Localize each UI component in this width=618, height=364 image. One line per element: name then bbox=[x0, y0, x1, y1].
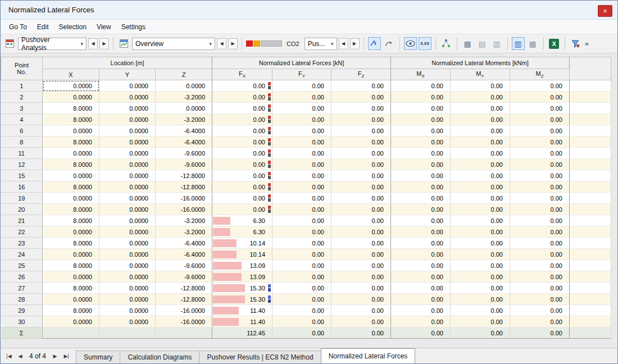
cell-y[interactable]: 0.0000 bbox=[99, 80, 156, 92]
cell-fx[interactable]: 11.40 bbox=[212, 316, 272, 327]
cell-fy[interactable]: 0.00 bbox=[272, 305, 331, 316]
cell-my[interactable]: 0.00 bbox=[451, 204, 510, 215]
next-table-button[interactable]: ▶ bbox=[50, 351, 60, 362]
cell-fy[interactable]: 0.00 bbox=[272, 294, 331, 305]
cell-x[interactable]: 8.0000 bbox=[43, 103, 99, 114]
cell-fz[interactable]: 0.00 bbox=[331, 181, 391, 193]
row-number[interactable]: 23 bbox=[1, 238, 43, 249]
menu-goto[interactable]: Go To bbox=[4, 21, 32, 33]
cell-mx[interactable]: 0.00 bbox=[391, 114, 451, 125]
row-number[interactable]: 8 bbox=[1, 136, 43, 148]
cell-fy[interactable]: 0.00 bbox=[272, 226, 331, 238]
cell-fz[interactable]: 0.00 bbox=[331, 215, 391, 226]
cell-my[interactable]: 0.00 bbox=[451, 92, 510, 103]
excel-export-icon[interactable]: X bbox=[548, 37, 561, 50]
column-header-fy[interactable]: FY bbox=[272, 69, 331, 80]
cell-y[interactable]: 0.0000 bbox=[99, 181, 156, 193]
cell-x[interactable]: 0.0000 bbox=[43, 316, 99, 327]
cell-my[interactable]: 0.00 bbox=[451, 136, 510, 148]
cell-extra[interactable] bbox=[570, 80, 611, 92]
cell-x[interactable]: 0.0000 bbox=[43, 226, 99, 238]
first-table-button[interactable]: |◀ bbox=[4, 351, 14, 362]
cell-fz[interactable]: 0.00 bbox=[331, 114, 391, 125]
cell-y[interactable]: 0.0000 bbox=[99, 148, 156, 159]
cell-extra[interactable] bbox=[570, 136, 611, 148]
cell-my[interactable]: 0.00 bbox=[451, 170, 510, 181]
cell-mx[interactable]: 0.00 bbox=[391, 103, 451, 114]
cell-z[interactable]: -3.2000 bbox=[156, 215, 212, 226]
cell-mx[interactable]: 0.00 bbox=[391, 170, 451, 181]
cell-fx[interactable]: 0.00 bbox=[212, 92, 272, 103]
cell-y[interactable] bbox=[99, 327, 156, 339]
cell-z[interactable] bbox=[156, 327, 212, 339]
row-number[interactable]: 11 bbox=[1, 148, 43, 159]
cell-z[interactable]: -16.0000 bbox=[156, 193, 212, 204]
cell-z[interactable]: -6.4000 bbox=[156, 249, 212, 260]
cell-fz[interactable]: 0.00 bbox=[331, 103, 391, 114]
cell-extra[interactable] bbox=[570, 159, 611, 170]
row-number[interactable]: 1 bbox=[1, 80, 43, 92]
cell-z[interactable]: -9.6000 bbox=[156, 148, 212, 159]
cell-x[interactable]: 8.0000 bbox=[43, 215, 99, 226]
cell-y[interactable]: 0.0000 bbox=[99, 249, 156, 260]
filter-icon[interactable] bbox=[569, 37, 582, 50]
row-number[interactable]: 3 bbox=[1, 103, 43, 114]
cell-mz[interactable]: 0.00 bbox=[510, 215, 570, 226]
cell-fz[interactable]: 0.00 bbox=[331, 271, 391, 283]
cell-extra[interactable] bbox=[570, 226, 611, 238]
load-case-select[interactable]: Pus... ▾ bbox=[305, 38, 337, 50]
row-number[interactable]: 12 bbox=[1, 159, 43, 170]
cell-y[interactable]: 0.0000 bbox=[99, 238, 156, 249]
cell-fy[interactable]: 0.00 bbox=[272, 271, 331, 283]
cell-y[interactable]: 0.0000 bbox=[99, 103, 156, 114]
cell-mz[interactable]: 0.00 bbox=[510, 305, 570, 316]
cell-mx[interactable]: 0.00 bbox=[391, 271, 451, 283]
cell-extra[interactable] bbox=[570, 215, 611, 226]
cell-fx[interactable]: 112.45 bbox=[212, 327, 272, 339]
cell-mx[interactable]: 0.00 bbox=[391, 316, 451, 327]
cell-z[interactable]: -9.6000 bbox=[156, 159, 212, 170]
cell-fx[interactable]: 0.00 bbox=[212, 181, 272, 193]
cell-z[interactable]: -3.2000 bbox=[156, 92, 212, 103]
cell-mx[interactable]: 0.00 bbox=[391, 238, 451, 249]
cell-fz[interactable]: 0.00 bbox=[331, 125, 391, 136]
tab-calculation-diagrams[interactable]: Calculation Diagrams bbox=[120, 351, 199, 363]
result-tree-icon[interactable] bbox=[440, 37, 453, 50]
cell-fz[interactable]: 0.00 bbox=[331, 305, 391, 316]
cell-mz[interactable]: 0.00 bbox=[510, 271, 570, 283]
cell-x[interactable]: 8.0000 bbox=[43, 136, 99, 148]
cell-fy[interactable]: 0.00 bbox=[272, 283, 331, 294]
cell-fy[interactable]: 0.00 bbox=[272, 260, 331, 271]
cell-mx[interactable]: 0.00 bbox=[391, 283, 451, 294]
cell-fy[interactable]: 0.00 bbox=[272, 80, 331, 92]
cell-fy[interactable]: 0.00 bbox=[272, 159, 331, 170]
cell-mx[interactable]: 0.00 bbox=[391, 148, 451, 159]
cell-fz[interactable]: 0.00 bbox=[331, 260, 391, 271]
cell-my[interactable]: 0.00 bbox=[451, 271, 510, 283]
cell-y[interactable]: 0.0000 bbox=[99, 193, 156, 204]
cell-y[interactable]: 0.0000 bbox=[99, 92, 156, 103]
row-number[interactable]: 28 bbox=[1, 294, 43, 305]
tab-normalized-lateral-forces[interactable]: Normalized Lateral Forces bbox=[321, 348, 416, 363]
cell-fz[interactable]: 0.00 bbox=[331, 226, 391, 238]
column-header-my[interactable]: MY bbox=[451, 69, 510, 80]
cell-mz[interactable]: 0.00 bbox=[510, 159, 570, 170]
cell-mx[interactable]: 0.00 bbox=[391, 260, 451, 271]
cell-fz[interactable]: 0.00 bbox=[331, 159, 391, 170]
cell-x[interactable]: 8.0000 bbox=[43, 159, 99, 170]
cell-my[interactable]: 0.00 bbox=[451, 80, 510, 92]
column-header-fz[interactable]: FZ bbox=[331, 69, 391, 80]
sum-symbol[interactable]: Σ bbox=[1, 327, 43, 339]
column-header-fx[interactable]: FX bbox=[212, 69, 272, 80]
row-number[interactable]: 20 bbox=[1, 204, 43, 215]
cell-my[interactable]: 0.00 bbox=[451, 260, 510, 271]
row-number[interactable]: 22 bbox=[1, 226, 43, 238]
cell-fz[interactable]: 0.00 bbox=[331, 238, 391, 249]
cell-mz[interactable]: 0.00 bbox=[510, 148, 570, 159]
cell-fx[interactable]: 11.40 bbox=[212, 305, 272, 316]
case-prev-button[interactable]: ◀ bbox=[339, 38, 348, 49]
cell-fx[interactable]: 13.09 bbox=[212, 260, 272, 271]
last-table-button[interactable]: ▶| bbox=[61, 351, 71, 362]
cell-mz[interactable]: 0.00 bbox=[510, 136, 570, 148]
cell-fy[interactable]: 0.00 bbox=[272, 204, 331, 215]
